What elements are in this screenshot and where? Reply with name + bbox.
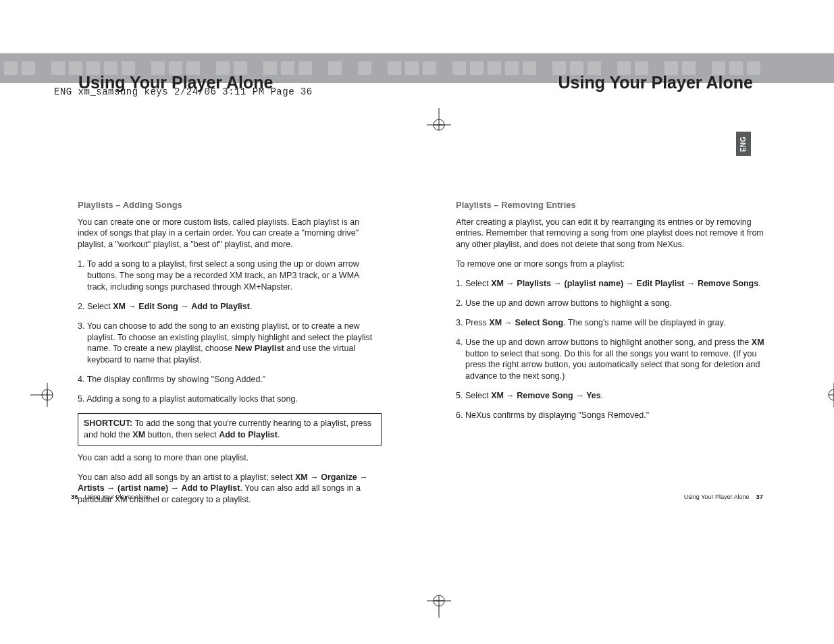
right-step-6: 6. NeXus confirms by displaying "Songs R… [456,410,773,421]
page-number-right: 37 [756,493,763,500]
right-subhead: Playlists – Removing Entries [456,199,773,211]
crop-mark-top [422,108,456,142]
page-number-left: 36 [71,493,78,500]
right-step-5: 5. Select XM → Remove Song → Yes. [456,390,773,402]
page-spread: ENG xm_samsung keys 2/24/06 3:11 PM Page… [37,81,797,554]
shortcut-box: SHORTCUT: To add the song that you're cu… [78,413,382,446]
footer-left-text: Using Your Player Alone [85,493,151,500]
footer-right-text: Using Your Player Alone [684,493,750,500]
left-step-2: 2. Select XM → Edit Song → Add to Playli… [78,301,382,313]
print-meta-line: ENG xm_samsung keys 2/24/06 3:11 PM Page… [54,86,313,97]
footer-left: 36 Using Your Player Alone [71,493,150,500]
svg-point-7 [434,595,444,606]
language-tab: ENG [736,132,751,156]
left-step-5: 5. Adding a song to a playlist automatic… [78,394,382,405]
left-step-4: 4. The display confirms by showing "Song… [78,374,382,385]
right-step-4: 4. Use the up and down arrow buttons to … [456,337,773,383]
right-step-3: 3. Press XM → Select Song. The song's na… [456,317,773,329]
left-intro: You can create one or more custom lists,… [78,217,382,251]
crop-mark-bottom [422,584,456,618]
svg-point-17 [829,390,834,400]
svg-point-12 [42,390,53,400]
right-lead: To remove one or more songs from a playl… [456,259,773,270]
left-subhead: Playlists – Adding Songs [78,199,382,211]
crop-mark-right [817,378,834,412]
left-step-3: 3. You can choose to add the song to an … [78,321,382,367]
crop-mark-left [30,378,64,412]
left-step-1: 1. To add a song to a playlist, first se… [78,259,382,293]
left-after-2: You can also add all songs by an artist … [78,472,382,506]
left-after-1: You can add a song to more than one play… [78,452,382,464]
right-step-1: 1. Select XM → Playlists → (playlist nam… [456,278,773,290]
right-step-2: 2. Use the up and down arrow buttons to … [456,298,773,309]
left-column: Playlists – Adding Songs You can create … [78,199,382,514]
footer-right: Using Your Player Alone 37 [684,493,763,500]
right-intro: After creating a playlist, you can edit … [456,217,773,251]
svg-point-2 [434,119,444,130]
right-column: Playlists – Removing Entries After creat… [456,199,773,429]
